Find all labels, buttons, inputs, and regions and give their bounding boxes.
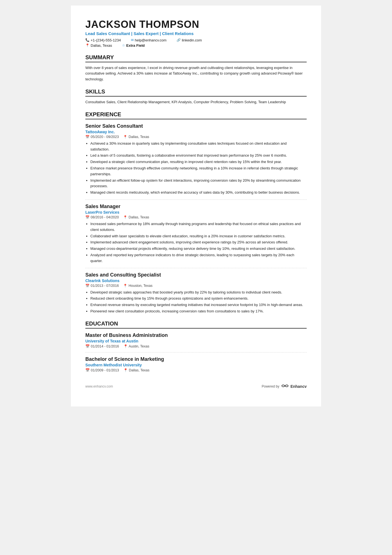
degree-2-location: 📍 Dallas, Texas: [123, 368, 150, 372]
calendar-icon-d1: 📅: [85, 344, 90, 348]
job-2-company: LaserPro Services: [85, 210, 307, 214]
bullet: Enhance market presence through effectiv…: [90, 166, 307, 177]
calendar-icon: 📅: [85, 135, 90, 139]
summary-text: With over 8 years of sales experience, I…: [85, 65, 307, 82]
degree-2: Bachelor of Science in Marketing Souther…: [85, 356, 307, 372]
job-3-bullets: Developed strategic sales approaches tha…: [85, 290, 307, 314]
location-icon: 📍: [85, 43, 90, 47]
degree-1-meta: 📅 01/2014 - 01/2016 📍 Austin, Texas: [85, 344, 307, 348]
email-icon: ✉: [131, 38, 134, 42]
linkedin-item: 🔗 linkedin.com: [177, 38, 202, 42]
link-icon: 🔗: [177, 38, 181, 42]
experience-title: EXPERIENCE: [85, 111, 307, 119]
degree-2-title: Bachelor of Science in Marketing: [85, 356, 307, 362]
job-3-location: 📍 Houston, Texas: [123, 284, 152, 288]
edu-divider-1: [85, 352, 307, 352]
location-icon-d2: 📍: [123, 368, 128, 372]
calendar-icon-j3: 📅: [85, 284, 90, 288]
skills-title: SKILLS: [85, 88, 307, 97]
summary-title: SUMMARY: [85, 54, 307, 62]
contact-row: 📞 +1-(234)-555-1234 ✉ help@enhancv.com 🔗…: [85, 38, 307, 43]
resume-page: JACKSON THOMPSON Lead Sales Consultant |…: [71, 6, 321, 406]
job-3: Sales and Consulting Specialist ClearInk…: [85, 272, 307, 314]
header: JACKSON THOMPSON Lead Sales Consultant |…: [85, 19, 307, 48]
job-2-meta: 📅 08/2016 - 04/2020 📍 Dallas, Texas: [85, 215, 307, 219]
bullet: Managed cross-departmental projects effi…: [90, 246, 307, 252]
skills-section: SKILLS Consultative Sales, Client Relati…: [85, 88, 307, 105]
degree-1-dates: 📅 01/2014 - 01/2016: [85, 344, 119, 348]
location-icon-j2: 📍: [123, 215, 127, 219]
summary-section: SUMMARY With over 8 years of sales exper…: [85, 54, 307, 82]
email-item: ✉ help@enhancv.com: [131, 38, 167, 42]
bullet: Increased sales performance by 18% annua…: [90, 221, 307, 233]
powered-by: Powered by Enhancv: [262, 383, 307, 390]
footer-website: www.enhancv.com: [85, 384, 113, 388]
job-3-company: ClearInk Solutions: [85, 278, 307, 283]
bullet: Collaborated with laser specialists to e…: [90, 233, 307, 239]
job-2-location: 📍 Dallas, Texas: [123, 215, 149, 219]
job-2-title: Sales Manager: [85, 204, 307, 209]
location-icon-j1: 📍: [123, 135, 127, 139]
bullet: Led a team of 5 consultants, fostering a…: [90, 153, 307, 159]
job-2: Sales Manager LaserPro Services 📅 08/201…: [85, 204, 307, 264]
location-icon-d1: 📍: [123, 344, 128, 348]
job-1-meta: 📅 05/2020 - 09/2023 📍 Dallas, Texas: [85, 135, 307, 139]
job-1-bullets: Achieved a 30% increase in quarterly sal…: [85, 141, 307, 196]
job-3-meta: 📅 01/2013 - 07/2016 📍 Houston, Texas: [85, 284, 307, 288]
location-item: 📍 Dallas, Texas: [85, 43, 112, 48]
job-1-dates: 📅 05/2020 - 09/2023: [85, 135, 119, 139]
bullet: Managed client records meticulously, whi…: [90, 190, 307, 196]
job-3-title: Sales and Consulting Specialist: [85, 272, 307, 278]
bullet: Reduced client onboarding time by 15% th…: [90, 296, 307, 302]
job-1: Senior Sales Consultant TattooAway Inc. …: [85, 123, 307, 196]
education-section: EDUCATION Master of Business Administrat…: [85, 320, 307, 372]
star-icon: ☆: [122, 43, 125, 47]
degree-2-school: Southern Methodist University: [85, 363, 307, 367]
job-1-company: TattooAway Inc.: [85, 130, 307, 134]
degree-1-location: 📍 Austin, Texas: [123, 344, 149, 348]
bullet: Developed a strategic client communicati…: [90, 159, 307, 165]
location-icon-j3: 📍: [123, 284, 127, 288]
phone-item: 📞 +1-(234)-555-1234: [85, 38, 121, 42]
degree-2-meta: 📅 01/2009 - 01/2013 📍 Dallas, Texas: [85, 368, 307, 372]
linkedin-text: linkedin.com: [182, 38, 202, 42]
bullet: Pioneered new client consultation protoc…: [90, 309, 307, 314]
bullet: Achieved a 30% increase in quarterly sal…: [90, 141, 307, 152]
extra-item: ☆ Extra Field: [122, 43, 145, 48]
contact-row-2: 📍 Dallas, Texas ☆ Extra Field: [85, 43, 307, 48]
extra-text: Extra Field: [126, 43, 145, 48]
calendar-icon-j2: 📅: [85, 215, 90, 219]
degree-2-dates: 📅 01/2009 - 01/2013: [85, 368, 119, 372]
powered-by-text: Powered by: [262, 384, 279, 388]
degree-1: Master of Business Administration Univer…: [85, 332, 307, 348]
candidate-title: Lead Sales Consultant | Sales Expert | C…: [85, 31, 307, 36]
job-1-location: 📍 Dallas, Texas: [123, 135, 149, 139]
degree-1-school: University of Texas at Austin: [85, 339, 307, 343]
bullet: Enhanced revenue streams by executing ta…: [90, 302, 307, 308]
degree-1-title: Master of Business Administration: [85, 332, 307, 338]
phone-icon: 📞: [85, 38, 90, 42]
bullet: Implemented advanced client engagement s…: [90, 240, 307, 245]
job-1-title: Senior Sales Consultant: [85, 123, 307, 129]
enhancv-brand-text: Enhancv: [291, 384, 307, 389]
enhancv-logo-icon: [281, 383, 289, 390]
bullet: Developed strategic sales approaches tha…: [90, 290, 307, 295]
job-2-bullets: Increased sales performance by 18% annua…: [85, 221, 307, 264]
candidate-name: JACKSON THOMPSON: [85, 19, 307, 30]
email-text: help@enhancv.com: [135, 38, 167, 42]
education-title: EDUCATION: [85, 320, 307, 329]
location-text: Dallas, Texas: [91, 43, 112, 48]
job-divider-1: [85, 199, 307, 200]
bullet: Analyzed and reported key performance in…: [90, 252, 307, 264]
job-divider-2: [85, 268, 307, 268]
calendar-icon-d2: 📅: [85, 368, 90, 372]
job-3-dates: 📅 01/2013 - 07/2016: [85, 284, 119, 288]
skills-text: Consultative Sales, Client Relationship …: [85, 99, 307, 105]
bullet: Implemented an efficient follow-up syste…: [90, 178, 307, 189]
job-2-dates: 📅 08/2016 - 04/2020: [85, 215, 119, 219]
page-footer: www.enhancv.com Powered by Enhancv: [85, 383, 307, 390]
experience-section: EXPERIENCE Senior Sales Consultant Tatto…: [85, 111, 307, 314]
phone-text: +1-(234)-555-1234: [91, 38, 121, 42]
